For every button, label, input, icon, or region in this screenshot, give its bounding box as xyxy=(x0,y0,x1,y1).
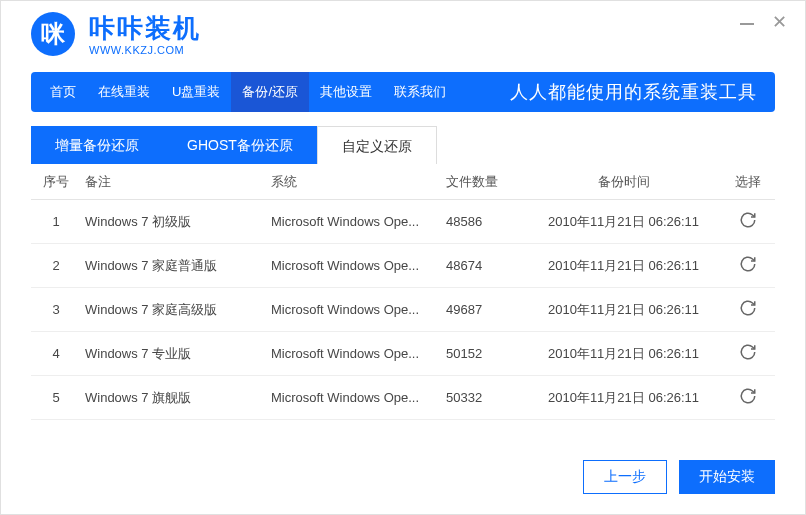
cell-seq: 3 xyxy=(31,302,81,317)
cell-system: Microsoft Windows Ope... xyxy=(271,258,446,273)
col-filecount: 文件数量 xyxy=(446,173,526,191)
refresh-icon[interactable] xyxy=(739,255,757,273)
titlebar: 咪 咔咔装机 WWW.KKZJ.COM xyxy=(1,1,805,64)
nav-other-settings[interactable]: 其他设置 xyxy=(309,72,383,112)
cell-count: 48586 xyxy=(446,214,526,229)
cell-remark: Windows 7 家庭高级版 xyxy=(81,301,271,319)
col-remark: 备注 xyxy=(81,173,271,191)
tab-custom-restore[interactable]: 自定义还原 xyxy=(317,126,437,164)
window-controls: ✕ xyxy=(740,15,787,29)
cell-select xyxy=(721,211,775,232)
brand-block: 咔咔装机 WWW.KKZJ.COM xyxy=(89,11,201,56)
cell-select xyxy=(721,299,775,320)
cell-seq: 5 xyxy=(31,390,81,405)
cell-select xyxy=(721,387,775,408)
logo-icon: 咪 xyxy=(31,12,75,56)
table-row[interactable]: 4Windows 7 专业版Microsoft Windows Ope...50… xyxy=(31,332,775,376)
nav-home[interactable]: 首页 xyxy=(39,72,87,112)
table-row[interactable]: 1Windows 7 初级版Microsoft Windows Ope...48… xyxy=(31,200,775,244)
cell-select xyxy=(721,255,775,276)
refresh-icon[interactable] xyxy=(739,211,757,229)
refresh-icon[interactable] xyxy=(739,343,757,361)
footer-actions: 上一步 开始安装 xyxy=(583,460,775,494)
main-nav: 首页 在线重装 U盘重装 备份/还原 其他设置 联系我们 人人都能使用的系统重装… xyxy=(31,72,775,112)
install-button[interactable]: 开始安装 xyxy=(679,460,775,494)
table-row[interactable]: 3Windows 7 家庭高级版Microsoft Windows Ope...… xyxy=(31,288,775,332)
col-time: 备份时间 xyxy=(526,173,721,191)
cell-remark: Windows 7 专业版 xyxy=(81,345,271,363)
cell-seq: 2 xyxy=(31,258,81,273)
cell-system: Microsoft Windows Ope... xyxy=(271,214,446,229)
table-body: 1Windows 7 初级版Microsoft Windows Ope...48… xyxy=(31,200,775,420)
col-system: 系统 xyxy=(271,173,446,191)
refresh-icon[interactable] xyxy=(739,387,757,405)
cell-seq: 4 xyxy=(31,346,81,361)
restore-table: 序号 备注 系统 文件数量 备份时间 选择 1Windows 7 初级版Micr… xyxy=(31,164,775,420)
refresh-icon[interactable] xyxy=(739,299,757,317)
table-row[interactable]: 5Windows 7 旗舰版Microsoft Windows Ope...50… xyxy=(31,376,775,420)
cell-time: 2010年11月21日 06:26:11 xyxy=(526,301,721,319)
prev-button[interactable]: 上一步 xyxy=(583,460,667,494)
tab-ghost[interactable]: GHOST备份还原 xyxy=(163,126,317,164)
cell-select xyxy=(721,343,775,364)
cell-count: 49687 xyxy=(446,302,526,317)
cell-time: 2010年11月21日 06:26:11 xyxy=(526,257,721,275)
cell-remark: Windows 7 家庭普通版 xyxy=(81,257,271,275)
cell-remark: Windows 7 旗舰版 xyxy=(81,389,271,407)
tab-bar: 增量备份还原 GHOST备份还原 自定义还原 xyxy=(31,126,775,164)
nav-backup-restore[interactable]: 备份/还原 xyxy=(231,72,309,112)
cell-system: Microsoft Windows Ope... xyxy=(271,390,446,405)
cell-count: 50332 xyxy=(446,390,526,405)
nav-usb-reinstall[interactable]: U盘重装 xyxy=(161,72,231,112)
table-header: 序号 备注 系统 文件数量 备份时间 选择 xyxy=(31,164,775,200)
cell-time: 2010年11月21日 06:26:11 xyxy=(526,213,721,231)
brand-url: WWW.KKZJ.COM xyxy=(89,44,201,56)
cell-seq: 1 xyxy=(31,214,81,229)
table-row[interactable]: 2Windows 7 家庭普通版Microsoft Windows Ope...… xyxy=(31,244,775,288)
tab-incremental[interactable]: 增量备份还原 xyxy=(31,126,163,164)
cell-remark: Windows 7 初级版 xyxy=(81,213,271,231)
cell-system: Microsoft Windows Ope... xyxy=(271,302,446,317)
col-select: 选择 xyxy=(721,173,775,191)
cell-time: 2010年11月21日 06:26:11 xyxy=(526,389,721,407)
nav-slogan: 人人都能使用的系统重装工具 xyxy=(510,80,767,104)
cell-count: 48674 xyxy=(446,258,526,273)
cell-system: Microsoft Windows Ope... xyxy=(271,346,446,361)
brand-title: 咔咔装机 xyxy=(89,11,201,46)
close-icon[interactable]: ✕ xyxy=(772,15,787,29)
col-seq: 序号 xyxy=(31,173,81,191)
cell-time: 2010年11月21日 06:26:11 xyxy=(526,345,721,363)
nav-online-reinstall[interactable]: 在线重装 xyxy=(87,72,161,112)
nav-contact[interactable]: 联系我们 xyxy=(383,72,457,112)
minimize-icon[interactable] xyxy=(740,23,754,25)
cell-count: 50152 xyxy=(446,346,526,361)
